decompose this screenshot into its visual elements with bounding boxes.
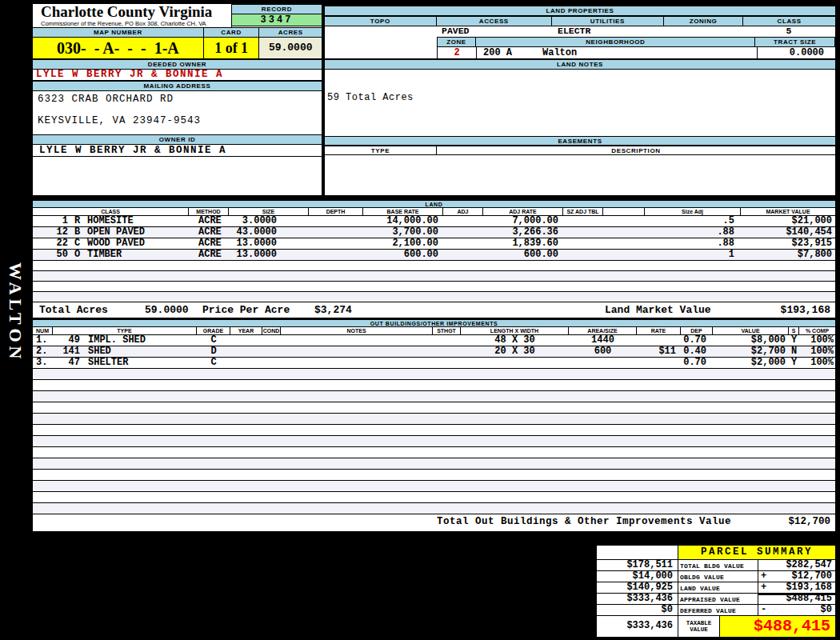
empty-row	[33, 414, 835, 425]
col-s: S	[789, 327, 799, 334]
ob-s-flag: N	[789, 346, 799, 357]
county-title: Charlotte County Virginia	[41, 4, 231, 20]
ob-notes	[281, 358, 433, 368]
ob-cond	[262, 358, 281, 368]
ob-type-code: 49	[53, 335, 80, 346]
land-notes-title: LAND NOTES	[325, 59, 835, 70]
prior-land-value: $140,925	[597, 582, 678, 593]
easements-empty-area	[325, 155, 835, 195]
parcel-summary: PARCEL SUMMARY $178,511 TOTAL BLDG VALUE…	[596, 545, 836, 638]
ob-rate	[637, 358, 681, 368]
taxable-value-label: TAXABLE VALUE	[678, 616, 720, 637]
col-cond: COND	[262, 327, 281, 334]
empty-row	[33, 436, 835, 447]
col-grade: GRADE	[197, 327, 230, 334]
col-market-value: MARKET VALUE	[741, 208, 835, 215]
land-adj	[443, 216, 483, 226]
obldg-value-label: OBLDG VALUE	[678, 571, 758, 582]
col-sthgt: STHGT	[433, 327, 461, 334]
ob-s-flag: Y	[789, 358, 799, 368]
col-adj: ADJ	[443, 208, 483, 215]
appraised-value-label: APPRAISED VALUE	[678, 594, 758, 604]
out-buildings-column-headers: NUM TYPE GRADE YEAR COND NOTES STHGT LEN…	[33, 327, 835, 335]
prior-taxable-value: $333,436	[597, 616, 678, 637]
ob-dep: 0.70	[681, 335, 713, 346]
ob-type-name: IMPL. SHED	[88, 335, 146, 346]
parcel-summary-title-row: PARCEL SUMMARY	[597, 546, 835, 559]
land-class-code: O	[74, 250, 87, 260]
out-building-row: 3. 47SHELTER C 0.70 $2,000 Y 100%	[33, 358, 835, 369]
empty-row	[33, 380, 835, 391]
empty-row	[33, 447, 835, 458]
land-properties-panel: LAND PROPERTIES TOPO ACCESS UTILITIES ZO…	[324, 5, 836, 196]
card-value: 1 of 1	[204, 38, 260, 58]
land-base-rate: 600.00	[363, 250, 443, 260]
map-value-row: 030- - A- - - 1-A 1 of 1 59.0000	[33, 38, 322, 59]
deferred-value: $0	[821, 604, 832, 615]
zone-value: 2	[437, 47, 477, 59]
empty-row	[33, 261, 835, 271]
land-adj-rate: 1,839.60	[483, 238, 563, 249]
easement-type-label: TYPE	[325, 146, 437, 155]
out-buildings-total-row: Total Out Buildings & Other Improvements…	[33, 514, 835, 531]
prior-total-bldg-value: $178,511	[597, 560, 678, 570]
land-size-adj: .5	[645, 216, 741, 226]
land-class-code: B	[74, 227, 87, 238]
land-adj-rate: 3,266.36	[483, 227, 563, 238]
out-building-row: 2. 141SHED D 20 X 30 600 $11 0.40 $2,700…	[33, 346, 835, 358]
total-bldg-value-label: TOTAL BLDG VALUE	[678, 560, 758, 570]
empty-row	[33, 481, 835, 492]
col-type: TYPE	[53, 327, 197, 334]
topo-empty-cell	[325, 37, 437, 47]
land-size: 43.0000	[229, 227, 309, 238]
prior-value-empty	[597, 546, 678, 559]
land-adj-rate: 7,000.00	[483, 216, 563, 226]
record-number: 3347	[232, 14, 322, 26]
operator: -	[761, 605, 766, 615]
total-bldg-value: $282,547	[786, 559, 832, 570]
land-size-adj: .88	[645, 227, 741, 238]
empty-row	[33, 503, 835, 514]
ob-rate: $11	[637, 346, 681, 357]
land-adj	[443, 238, 483, 249]
col-depth: DEPTH	[309, 208, 363, 215]
col-adj-rate: ADJ RATE	[483, 208, 563, 215]
land-row: 1RHOMESITE ACRE 3.0000 14,000.00 7,000.0…	[33, 216, 835, 227]
col-value: VALUE	[713, 327, 789, 334]
acres-value: 59.0000	[259, 38, 322, 58]
land-row: 22CWOOD PAVED ACRE 13.0000 2,100.00 1,83…	[33, 238, 835, 250]
ob-type-name: SHELTER	[88, 358, 128, 368]
land-class-name: WOOD PAVED	[87, 238, 145, 249]
prior-deferred-value: $0	[597, 605, 678, 615]
land-row: 50OTIMBER ACRE 13.0000 600.00 600.00 1 $…	[33, 250, 835, 261]
ob-pct-comp: 100%	[799, 346, 835, 357]
address-line-1: 6323 CRAB ORCHARD RD	[38, 94, 174, 105]
land-table-title: LAND	[33, 200, 835, 208]
ob-grade: C	[197, 358, 230, 368]
address-line-2: KEYSVILLE, VA 23947-9543	[38, 115, 201, 126]
mailing-address-block: 6323 CRAB ORCHARD RD KEYSVILLE, VA 23947…	[33, 91, 322, 134]
property-record-card: WALTON Charlotte County Virginia Commiss…	[0, 0, 840, 640]
col-length-width: LENGTH X WIDTH	[461, 327, 569, 334]
ob-num: 2.	[33, 346, 53, 357]
card-label: CARD	[204, 27, 260, 38]
land-market-value-total: $193,168	[781, 302, 830, 318]
ob-num: 3.	[33, 358, 53, 368]
land-class-name: OPEN PAVED	[87, 227, 145, 238]
class-value: 5	[745, 26, 833, 36]
empty-row	[33, 271, 835, 282]
deeded-owner-value: LYLE W BERRY JR & BONNIE A	[33, 70, 322, 81]
land-depth	[309, 238, 363, 249]
ob-type-code: 47	[53, 358, 80, 368]
land-size: 13.0000	[229, 250, 309, 260]
col-size: SIZE	[229, 208, 309, 215]
ob-sthgt	[433, 346, 461, 357]
col-dep: DEP	[681, 327, 713, 334]
ob-grade: C	[197, 335, 230, 346]
empty-row	[33, 425, 835, 436]
ob-s-flag: Y	[789, 335, 799, 346]
col-blank	[603, 208, 645, 215]
land-base-rate: 14,000.00	[363, 216, 443, 226]
record-block: RECORD 3347	[231, 4, 322, 27]
col-num: NUM	[33, 327, 53, 334]
